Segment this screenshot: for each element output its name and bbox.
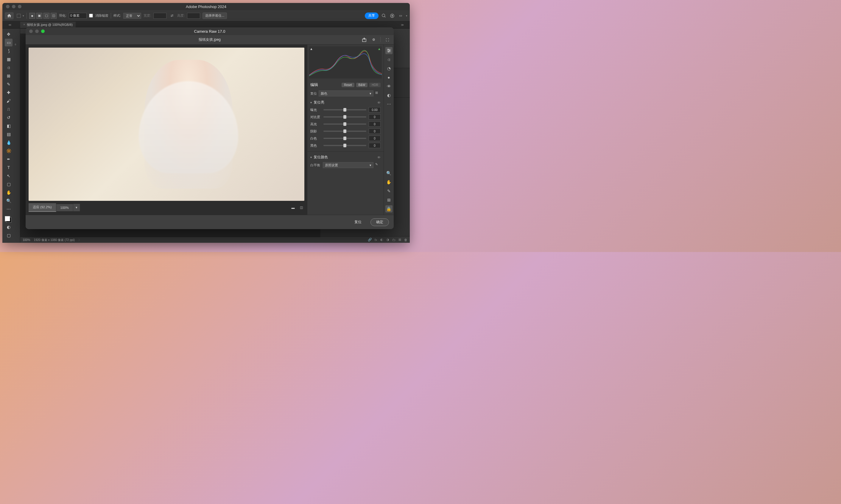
selection-intersect[interactable]: ◫ (51, 13, 56, 19)
wb-eyedropper-icon[interactable]: ✎ (375, 162, 381, 168)
fg-color[interactable] (5, 216, 10, 221)
style-select[interactable]: 正常 (123, 13, 141, 19)
folder-icon[interactable]: 🗀 (391, 237, 396, 242)
lock-tool[interactable]: 🔒 (385, 205, 393, 212)
minimize-window[interactable] (12, 5, 16, 8)
exposure-value[interactable] (369, 107, 381, 112)
swap-dims-icon[interactable]: ⇄ (169, 13, 175, 19)
sampler-tool[interactable]: ✎ (385, 187, 393, 195)
healing-tool[interactable]: ✚ (5, 89, 13, 96)
object-select-tool[interactable]: ▦ (5, 55, 13, 63)
maximize-window[interactable] (18, 5, 21, 8)
search-icon[interactable] (381, 13, 387, 19)
trash-icon[interactable]: 🗑 (403, 237, 408, 242)
ok-button[interactable]: 确定 (371, 218, 389, 226)
wb-dropdown[interactable]: 原照设置▾ (323, 162, 374, 168)
gradient-tool[interactable]: ▤ (5, 130, 13, 138)
brush-tool[interactable]: 🖌 (5, 97, 13, 105)
dodge-tool[interactable]: 🔆 (5, 147, 13, 155)
light-section-header[interactable]: ▾ 复位亮 👁 (310, 99, 381, 106)
shape-tool[interactable]: ▢ (5, 180, 13, 188)
zoom-dropdown[interactable]: ▾ (73, 204, 80, 211)
more-tools[interactable]: ⋯ (5, 205, 13, 213)
screen-mode-tool[interactable]: ▢ (5, 232, 13, 239)
document-tab[interactable]: × 报纸女孩.jpeg @ 100%(RGB/8) (20, 22, 76, 28)
workspace-icon[interactable]: ▭ (398, 13, 404, 19)
eyedropper-tool[interactable]: ✎ (5, 80, 13, 88)
more-tool[interactable]: ⋯ (385, 101, 393, 108)
home-button[interactable] (5, 12, 14, 19)
highlight-clip-icon[interactable]: ▲ (378, 47, 381, 51)
shadow-clip-icon[interactable]: ▲ (310, 47, 313, 51)
grid-tool[interactable]: ⊞ (385, 196, 393, 203)
compare-split-icon[interactable]: ◫ (298, 205, 304, 211)
blacks-value[interactable] (369, 143, 381, 148)
type-tool[interactable]: T (5, 164, 13, 172)
feather-input[interactable] (69, 13, 87, 19)
zoom-tool[interactable]: 🔍 (5, 197, 13, 205)
export-icon[interactable] (361, 37, 367, 43)
close-tab-icon[interactable]: × (23, 23, 25, 27)
link-icon[interactable]: 🔗 (367, 237, 372, 242)
select-and-mask-button[interactable]: 选择并遮住... (203, 13, 227, 19)
blacks-slider[interactable] (323, 145, 366, 146)
shadows-value[interactable] (369, 128, 381, 134)
hdr-pill[interactable]: HDR (369, 83, 381, 87)
tabs-scroll-right[interactable]: ≫ (401, 23, 404, 26)
compare-single-icon[interactable]: ▬ (290, 205, 296, 211)
quick-mask-tool[interactable]: ◐ (5, 223, 13, 231)
cr-minimize-window[interactable] (35, 30, 39, 33)
hand-tool[interactable]: ✋ (385, 179, 393, 186)
crop-tool[interactable]: ⟃ (385, 56, 393, 63)
selection-add[interactable]: ▣ (36, 13, 42, 19)
healing-tool[interactable]: ◔ (385, 65, 393, 72)
path-select-tool[interactable]: ↖ (5, 172, 13, 180)
reset-button[interactable]: 复位 (349, 218, 367, 226)
mask-icon[interactable]: ◐ (379, 237, 384, 242)
close-window[interactable] (6, 5, 10, 8)
eye-icon[interactable]: 👁 (377, 101, 381, 104)
clone-tool[interactable]: ⎍ (5, 105, 13, 113)
whites-value[interactable] (369, 136, 381, 141)
help-icon[interactable]: ? (389, 13, 395, 19)
zoom-tool[interactable]: 🔍 (385, 169, 393, 177)
fullscreen-icon[interactable]: ⛶ (384, 37, 390, 43)
fx-icon[interactable]: fx (374, 237, 378, 242)
cr-close-window[interactable] (29, 30, 33, 33)
pen-tool[interactable]: ✒ (5, 155, 13, 163)
cr-maximize-window[interactable] (41, 30, 45, 33)
highlights-slider[interactable] (323, 124, 366, 125)
eraser-tool[interactable]: ◧ (5, 122, 13, 130)
selection-subtract[interactable]: ▢ (44, 13, 49, 19)
eye-icon[interactable]: 👁 (377, 156, 381, 159)
lasso-tool[interactable]: ⟆ (5, 47, 13, 55)
shadows-slider[interactable] (323, 131, 366, 132)
marquee-tool[interactable]: ▭ (5, 39, 13, 47)
zoom-100-tab[interactable]: 100% (56, 204, 73, 211)
history-brush-tool[interactable]: ↺ (5, 114, 13, 121)
profile-browser-icon[interactable]: ⊞ (375, 91, 381, 96)
color-section-header[interactable]: ▾ 复位颜色 👁 (310, 154, 381, 161)
edit-tool[interactable] (385, 47, 393, 54)
histogram[interactable]: ▲ ▲ (309, 47, 382, 78)
antialias-checkbox[interactable] (89, 14, 93, 18)
contrast-slider[interactable] (323, 116, 366, 118)
hand-tool[interactable]: ✋ (5, 188, 13, 196)
cr-image-preview[interactable] (29, 48, 304, 201)
selection-new[interactable]: ■ (29, 13, 35, 19)
color-swatch[interactable] (5, 215, 13, 222)
blur-tool[interactable]: 💧 (5, 139, 13, 146)
new-layer-icon[interactable]: ⊞ (397, 237, 402, 242)
frame-tool[interactable]: ⊠ (5, 72, 13, 80)
whites-slider[interactable] (323, 138, 366, 139)
mask-tool[interactable]: ● (385, 74, 393, 81)
tabs-scroll-left[interactable]: ≪ (8, 23, 11, 26)
exposure-slider[interactable] (323, 109, 366, 110)
adjustment-icon[interactable]: ◑ (385, 237, 390, 242)
reset-pill[interactable]: Reset (342, 83, 354, 87)
redeye-tool[interactable]: 👁 (385, 83, 393, 90)
presets-tool[interactable]: ◐ (385, 92, 393, 99)
profile-dropdown[interactable]: 颜色▾ (319, 90, 374, 96)
move-tool[interactable]: ✥ (5, 30, 13, 38)
contrast-value[interactable] (369, 114, 381, 120)
